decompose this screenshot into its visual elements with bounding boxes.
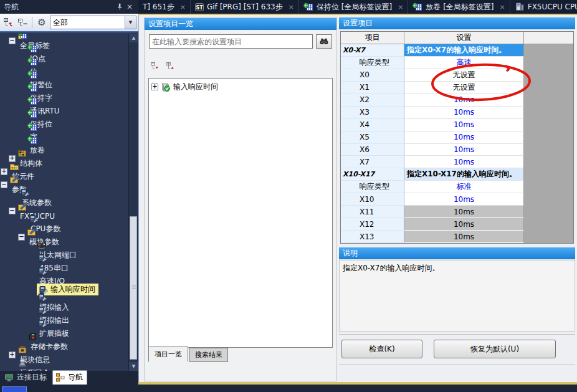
doc-tab-3[interactable]: 放卷 [全局标签设置]×	[408, 0, 510, 14]
navigation-tree: −全局标签IO点位报警位保持字通讯RTU保持位字放卷+结构体+软元件−参数系统参…	[0, 34, 129, 371]
setting-cell[interactable]: 10ms	[404, 193, 524, 206]
table-row-X10-X17: X10-X17指定X10-X17的输入响应时间。	[341, 168, 573, 181]
table-void	[524, 144, 573, 156]
gx-works3-window: 导航 × T] 651步×STGif [PRG] [ST] 633步×保持位 […	[0, 0, 577, 392]
tab-search-result[interactable]: 搜索结果	[189, 348, 228, 362]
nav-item-FX5UCPU[interactable]: −FX5UCPU	[0, 204, 129, 218]
scrollbar-grip	[132, 287, 136, 287]
nav-item-报警位[interactable]: 报警位	[0, 74, 129, 87]
table-row-X6: X610ms	[341, 144, 573, 156]
table-void	[524, 231, 573, 243]
nav-item-全局标签[interactable]: −全局标签	[0, 34, 129, 47]
navigation-title: 导航	[4, 2, 19, 12]
nav-item-通讯RTU[interactable]: 通讯RTU	[0, 100, 129, 113]
doc-tab-4[interactable]: FX5UCPU CPU参数	[510, 0, 577, 14]
collapse-box-icon[interactable]: −	[9, 37, 16, 44]
expand-box-icon[interactable]: +	[1, 168, 7, 175]
setting-cell[interactable]: 10ms	[404, 107, 524, 119]
svg-text:ST: ST	[196, 4, 203, 10]
tree-item-input-response-time[interactable]: + 输入响应时间	[149, 79, 332, 95]
table-row-X0: X0无设置	[341, 69, 573, 82]
restore-default-button[interactable]: 恢复为默认(U)	[434, 340, 556, 358]
doc-tab-label: 保持位 [全局标签设置]	[317, 2, 392, 12]
doc-tab-0[interactable]: T] 651步×	[138, 0, 191, 14]
collapse-box-icon[interactable]: −	[1, 181, 7, 188]
doc-tab-label: 放卷 [全局标签设置]	[426, 2, 494, 12]
label-table-icon	[412, 2, 422, 12]
doc-tab-2[interactable]: 保持位 [全局标签设置]×	[299, 0, 408, 14]
scroll-up-icon[interactable]: ▲	[129, 34, 138, 42]
navigation-scrollbar[interactable]: ▲ ▼	[128, 34, 138, 371]
tab-close-icon[interactable]: ×	[500, 3, 505, 11]
expand-plus-icon[interactable]: +	[151, 84, 158, 90]
filter-combobox[interactable]: 全部 ▼	[50, 16, 136, 29]
setting-cell[interactable]: 标准	[404, 181, 524, 193]
nav-item-保持字[interactable]: 保持字	[0, 87, 129, 100]
label-table-icon	[27, 57, 37, 67]
table-row-X11: X1110ms	[341, 206, 573, 218]
tree-collapse-icon[interactable]	[16, 16, 29, 29]
device-icon	[37, 266, 65, 276]
item-cell: 响应类型	[341, 181, 404, 193]
dock-tab-连接目标[interactable]: 连接目标	[2, 371, 50, 385]
table-row-响应类型: 响应类型标准	[341, 181, 573, 193]
nav-item-位[interactable]: 位	[0, 60, 129, 74]
tab-close-icon[interactable]: ×	[288, 3, 294, 11]
table-void	[524, 156, 573, 168]
setting-cell[interactable]: 10ms	[404, 131, 524, 144]
nav-item-字[interactable]: 字	[0, 126, 129, 139]
pin-icon[interactable]	[115, 2, 125, 12]
tree-display-icon[interactable]	[2, 16, 14, 29]
expand-tree-icon[interactable]	[150, 62, 160, 71]
tab-close-icon[interactable]: ×	[180, 3, 186, 11]
setting-cell: 10ms	[404, 231, 524, 243]
expand-box-icon[interactable]: +	[9, 351, 16, 358]
setting-cell[interactable]: 10ms	[404, 156, 524, 168]
setting-cell[interactable]: 10ms	[404, 119, 524, 131]
close-icon[interactable]: ×	[125, 2, 135, 12]
param-icon	[17, 202, 55, 212]
table-row-X3: X310ms	[341, 107, 573, 119]
setting-item-title: 设置项目	[343, 18, 373, 29]
setting-item-list-panel: 设置项目一览 + 输入响应时间 项目一览 搜索	[144, 17, 337, 381]
table-void	[524, 181, 573, 193]
setting-cell[interactable]: 无设置	[404, 82, 524, 94]
tab-close-icon[interactable]: ×	[398, 3, 403, 11]
scrollbar-thumb[interactable]	[130, 216, 137, 360]
search-row	[149, 34, 332, 49]
list-bottom-tabs: 项目一览 搜索结果	[148, 347, 229, 362]
scroll-down-icon[interactable]: ▼	[129, 362, 138, 371]
chevron-down-icon[interactable]: ▼	[125, 16, 136, 29]
nav-item-高速I/O[interactable]: 高速I/O	[0, 270, 129, 283]
setting-cell[interactable]: 高速	[404, 57, 524, 69]
cpu-tab-icon	[515, 2, 525, 12]
dock-tab-导航[interactable]: 导航	[52, 370, 87, 385]
setting-cell[interactable]: 10ms	[404, 94, 524, 107]
nav-item-远程口令[interactable]: 远程口令	[0, 361, 129, 371]
table-void	[524, 119, 573, 131]
item-cell: X6	[341, 144, 404, 156]
table-void	[524, 57, 573, 69]
gear-icon[interactable]: ⚙	[36, 16, 48, 29]
table-void	[524, 206, 573, 218]
setting-cell[interactable]: 10ms	[404, 144, 524, 156]
setting-item-list-title: 设置项目一览	[148, 19, 193, 29]
collapse-box-icon[interactable]: −	[9, 208, 16, 214]
navigation-titlebar: 导航 ×	[0, 0, 138, 14]
table-void	[524, 131, 573, 144]
search-button[interactable]	[316, 34, 332, 49]
table-row-X10: X1010ms	[341, 193, 573, 206]
check-button[interactable]: 检查(K)	[341, 340, 422, 358]
tab-item-list[interactable]: 项目一览	[148, 347, 188, 362]
table-row-响应类型: 响应类型高速	[341, 57, 573, 69]
search-input[interactable]	[149, 34, 313, 49]
nav-item-保持位[interactable]: 保持位	[0, 113, 129, 126]
collapse-box-icon[interactable]: −	[18, 234, 25, 241]
description-header: 说明	[339, 247, 575, 259]
list-tree-toolbar	[150, 62, 176, 71]
label-table-icon	[27, 122, 37, 132]
filter-value: 全部	[50, 16, 125, 29]
doc-tab-1[interactable]: STGif [PRG] [ST] 633步×	[191, 0, 299, 14]
collapse-tree-icon[interactable]	[166, 62, 176, 71]
setting-cell[interactable]: 无设置	[404, 69, 524, 82]
